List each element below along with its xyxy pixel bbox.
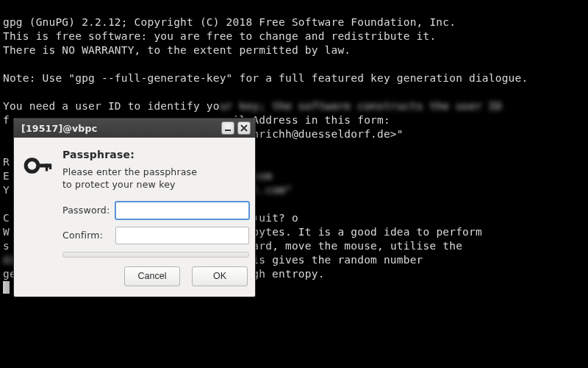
- terminal-line-blurred: ur key; the software constructs the user…: [220, 100, 502, 112]
- terminal-line: C: [3, 212, 10, 224]
- dialog-title: [19517]@vbpc: [21, 121, 97, 135]
- terminal-line: om bytes. It is a good idea to perform: [233, 226, 482, 238]
- close-button[interactable]: [237, 121, 251, 135]
- passphrase-strength-meter: [62, 252, 249, 258]
- terminal-line: yboard, move the mouse, utilise the: [233, 240, 463, 252]
- svg-rect-4: [49, 164, 51, 170]
- ok-button[interactable]: OK: [192, 266, 248, 286]
- passphrase-dialog: [19517]@vbpc Passphrase: Please enter th…: [13, 118, 256, 297]
- terminal-line: R: [3, 156, 10, 168]
- key-icon: [23, 148, 52, 286]
- terminal-line: There is NO WARRANTY, to the extent perm…: [3, 44, 351, 56]
- cancel-button[interactable]: Cancel: [124, 266, 180, 286]
- terminal-line: W: [3, 226, 10, 238]
- svg-point-1: [26, 160, 38, 172]
- terminal-cursor: [3, 281, 10, 294]
- terminal-line: f: [3, 114, 10, 126]
- svg-rect-2: [37, 164, 50, 168]
- terminal-line: This is free software: you are free to c…: [3, 30, 436, 42]
- dialog-heading: Passphrase:: [62, 148, 249, 162]
- password-label: Password:: [62, 203, 115, 217]
- svg-rect-3: [46, 164, 48, 171]
- password-input[interactable]: [115, 202, 249, 219]
- terminal-line: Note: Use "gpg --full-generate-key" for …: [3, 72, 528, 84]
- terminal-line: s: [3, 240, 10, 252]
- confirm-input[interactable]: [115, 227, 249, 244]
- terminal-line: You need a user ID to identify yo: [3, 100, 220, 112]
- terminal-line: E: [3, 170, 10, 182]
- svg-rect-0: [225, 130, 231, 131]
- dialog-subtext: Please enter the passphrase to protect y…: [62, 166, 202, 191]
- terminal-line: Y: [3, 184, 10, 196]
- dialog-titlebar[interactable]: [19517]@vbpc: [14, 118, 255, 138]
- terminal-line: gpg (GnuPG) 2.2.12; Copyright (C) 2018 F…: [3, 16, 456, 28]
- minimize-button[interactable]: [221, 121, 234, 135]
- confirm-label: Confirm:: [62, 228, 115, 242]
